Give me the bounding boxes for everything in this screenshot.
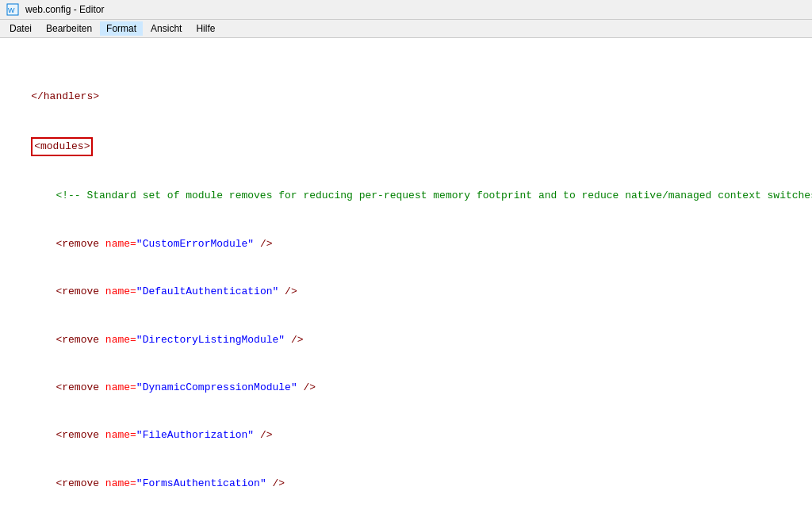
menu-hilfe[interactable]: Hilfe xyxy=(190,21,221,36)
line-remove6: <remove name="FormsAuthentication" /> xyxy=(0,476,812,492)
menu-bearbeiten[interactable]: Bearbeiten xyxy=(40,21,98,36)
line-comment1: <!-- Standard set of module removes for … xyxy=(0,188,812,204)
menu-bar: Datei Bearbeiten Format Ansicht Hilfe xyxy=(0,20,812,38)
svg-text:W: W xyxy=(8,6,15,14)
line-modules-open: <modules> xyxy=(0,137,812,156)
line-remove2: <remove name="DefaultAuthentication" /> xyxy=(0,284,812,300)
menu-datei[interactable]: Datei xyxy=(3,21,38,36)
menu-ansicht[interactable]: Ansicht xyxy=(144,21,188,36)
title-bar: W web.config - Editor xyxy=(0,0,812,20)
line-remove5: <remove name="FileAuthorization" /> xyxy=(0,427,812,443)
editor-area[interactable]: </handlers> <modules> <!-- Standard set … xyxy=(0,38,812,519)
line-remove3: <remove name="DirectoryListingModule" /> xyxy=(0,332,812,348)
window-title: web.config - Editor xyxy=(25,4,104,15)
line-handlers: </handlers> xyxy=(0,89,812,105)
line-remove1: <remove name="CustomErrorModule" /> xyxy=(0,236,812,252)
line-remove4: <remove name="DynamicCompressionModule" … xyxy=(0,380,812,396)
app-icon: W xyxy=(6,3,19,16)
menu-format[interactable]: Format xyxy=(100,21,143,36)
